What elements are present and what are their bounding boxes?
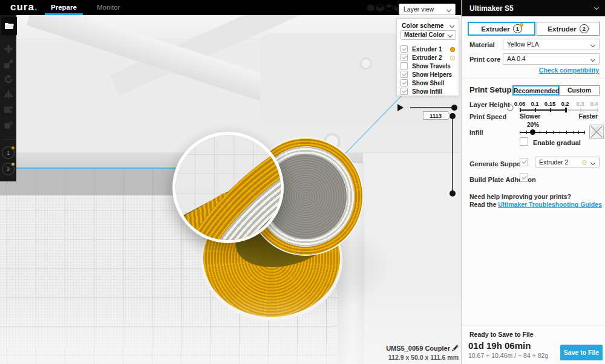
chevron-down-icon [590, 42, 595, 47]
extruder-1-checkbox[interactable] [401, 45, 408, 53]
machine-name: Ultimaker S5 [469, 4, 514, 13]
rotate-tool[interactable] [3, 74, 13, 84]
slider-tick [546, 131, 547, 134]
section-divider [462, 325, 605, 325]
layer-height-0.06[interactable]: 0.06 [512, 100, 527, 107]
extruder-1-material-dot [11, 146, 15, 149]
3d-view-icon[interactable] [367, 4, 375, 12]
simulation-slider-handle[interactable] [451, 105, 457, 111]
front-view-icon[interactable] [376, 4, 384, 12]
cura-logo: cura. [10, 1, 38, 13]
support-extruder-dropdown[interactable]: Extruder 2 [535, 157, 600, 167]
simulation-play-button[interactable] [397, 104, 404, 111]
troubleshooting-guides-link[interactable]: Ultimaker Troubleshooting Guides [498, 201, 602, 208]
layer-height-0.4[interactable]: 0.4 [587, 100, 601, 107]
tool-sidebar: 1 2 [0, 15, 16, 181]
checkmark-icon [402, 46, 407, 51]
show-travels-row: Show Travels [401, 62, 456, 70]
extruder-2-color-dot [450, 56, 455, 60]
checkmark-icon [402, 54, 407, 59]
top-view-icon[interactable] [385, 4, 393, 12]
layer-height-slider-track-disabled[interactable] [566, 109, 598, 111]
enable-gradual-checkbox[interactable] [520, 137, 528, 146]
chevron-down-icon [594, 5, 599, 10]
tab-prepare[interactable]: Prepare [51, 0, 77, 15]
enable-gradual-label: Enable gradual [533, 139, 581, 146]
mirror-tool[interactable] [3, 89, 13, 99]
print-time-estimate: 01d 19h 06min [468, 340, 531, 351]
help-text: Need help improving your prints? Read th… [469, 193, 602, 209]
support-extruder-material-dot [582, 160, 587, 165]
extruder-1-number: 1 [513, 24, 522, 33]
infill-slider-handle[interactable] [530, 129, 535, 135]
support-blocker-tool[interactable] [3, 119, 13, 129]
sidebar-extruder-2-button[interactable]: 2 [2, 163, 15, 175]
layer-height-label: Layer Height [469, 101, 510, 108]
chevron-down-icon [448, 33, 453, 37]
logo-dot: . [34, 1, 38, 13]
machine-header[interactable]: Ultimaker S5 [462, 0, 605, 16]
show-travels-checkbox[interactable] [401, 62, 408, 70]
scale-tool[interactable] [3, 59, 13, 69]
checkmark-icon [522, 159, 527, 164]
slider-tick [520, 131, 520, 134]
material-dropdown[interactable]: Yellow PLA [503, 39, 600, 50]
check-compatibility-link[interactable]: Check compatibility [539, 67, 599, 74]
cura-application-window: cura. Prepare Monitor [0, 0, 605, 364]
checkmark-icon [522, 175, 527, 180]
layer-detail-magnifier [172, 132, 284, 243]
layer-height-slider-track[interactable] [520, 109, 566, 111]
speed-faster-label: Faster [578, 112, 598, 120]
move-tool[interactable] [3, 44, 13, 54]
speed-slower-label: Slower [520, 112, 540, 120]
chevron-down-icon [590, 160, 595, 165]
show-shell-checkbox[interactable] [401, 79, 408, 86]
slider-tick [566, 131, 567, 134]
slider-tick [578, 131, 579, 134]
slider-tick [540, 131, 540, 134]
layer-height-0.3[interactable]: 0.3 [573, 100, 587, 107]
layer-slider-bottom-handle[interactable] [450, 190, 456, 197]
print-core-dropdown[interactable]: AA 0.4 [503, 53, 600, 65]
simulation-slider-track[interactable] [410, 107, 454, 108]
per-model-settings-tool[interactable] [3, 104, 13, 114]
infill-pattern-icon[interactable] [589, 125, 604, 139]
tab-monitor[interactable]: Monitor [97, 0, 120, 15]
magnified-outer-walls [172, 132, 284, 243]
extruder-1-color-dot [450, 47, 455, 52]
slider-tick [584, 131, 585, 134]
color-scheme-dropdown[interactable]: Material Color [401, 30, 456, 40]
extruder-2-tab[interactable]: Extruder 2 [537, 22, 600, 36]
layer-height-0.15[interactable]: 0.15 [543, 100, 557, 107]
layer-height-0.1[interactable]: 0.1 [528, 100, 542, 107]
infill-label: Infill [469, 129, 483, 136]
show-infill-checkbox[interactable] [401, 88, 408, 95]
show-helpers-checkbox[interactable] [401, 71, 408, 78]
slider-tick [597, 108, 598, 112]
save-to-file-button[interactable]: Save to File [560, 345, 603, 360]
build-plate-adhesion-checkbox[interactable] [520, 174, 528, 182]
layer-slider-top-handle[interactable] [450, 113, 456, 119]
open-file-button[interactable] [1, 17, 17, 35]
generate-support-checkbox[interactable] [520, 158, 528, 166]
slider-tick [573, 131, 574, 134]
show-infill-row: Show Infill [401, 88, 456, 96]
output-status: Ready to Save to File [469, 331, 534, 338]
mode-recommended-tab[interactable]: Recommended [512, 85, 559, 96]
slider-tick [580, 108, 581, 112]
layer-slider-track[interactable] [452, 115, 453, 193]
active-tab-underline [45, 13, 83, 15]
mode-custom-tab[interactable]: Custom [559, 85, 600, 96]
slider-tick [560, 131, 560, 134]
current-layer-value: 1113 [423, 111, 448, 120]
collapse-chevron-icon[interactable] [450, 23, 454, 28]
sidebar-extruder-1-button[interactable]: 1 [2, 146, 15, 159]
extruder-2-checkbox[interactable] [401, 54, 408, 61]
extruder-1-tab[interactable]: Extruder 1 [468, 22, 535, 36]
3d-viewport[interactable] [0, 15, 461, 364]
view-mode-dropdown[interactable]: Layer view [399, 4, 456, 15]
layer-view-settings-panel: Color scheme Material Color Extruder 1 E… [396, 18, 459, 96]
layer-height-0.2[interactable]: 0.2 [558, 100, 572, 107]
rename-pencil-icon[interactable] [452, 345, 459, 351]
layer-height-slider-handle[interactable] [565, 108, 567, 112]
